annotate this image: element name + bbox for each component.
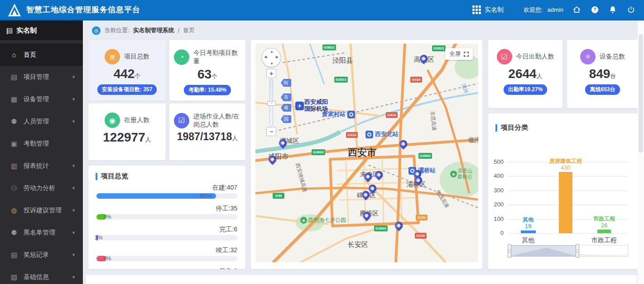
project-icon: ▤: [10, 73, 18, 81]
app-logo: [7, 3, 22, 17]
park-icon: ♣: [450, 171, 457, 177]
zoom-slider-handle[interactable]: −: [267, 101, 276, 106]
overview-row: 在建:40785%: [96, 184, 237, 199]
stat-card-unit: 台: [610, 73, 616, 79]
complaint-icon: ◍: [10, 206, 18, 215]
project-category-panel: 项目分类 0100200300400500其他19房屋建筑工程430市政工程26…: [488, 113, 638, 269]
sidebar-item-3[interactable]: ▦设备管理▼: [0, 88, 83, 110]
sidebar-item-7[interactable]: ⚇劳动力分析▼: [0, 177, 83, 199]
sidebar-item-1[interactable]: ⌂首页: [0, 44, 83, 66]
onsite-people-icon: ☑: [174, 113, 189, 128]
apps-grid-icon[interactable]: [472, 5, 481, 14]
sidebar-item-11[interactable]: ▧基础信息▼: [0, 266, 83, 284]
datazoom-left-handle[interactable]: [508, 244, 511, 258]
breadcrumb: ◎ 当前位置: 实名制管理系统 / 首页: [92, 24, 195, 37]
project-overview-rows: 在建:40785%停工:357%完工:61%竣工:327%筹备:00%: [96, 184, 237, 269]
sidebar-item-label: 设备管理: [24, 95, 49, 103]
chevron-down-icon: ▼: [72, 275, 76, 279]
map-canvas[interactable]: ▲ ▼ ◀ ▶ + − − 街市省国 全屏 泾阳县高陵区渭城区咸阳市西安市未央区…: [255, 44, 478, 262]
chart-bar[interactable]: [521, 230, 536, 233]
title-accent-bar: [96, 173, 97, 180]
datazoom-right-handle[interactable]: [576, 244, 579, 258]
breadcrumb-current[interactable]: 首页: [183, 26, 195, 34]
fullscreen-button[interactable]: 全屏: [445, 48, 473, 60]
y-axis-tick-label: 0: [490, 230, 504, 236]
overview-row: 完工:61%: [96, 225, 237, 240]
stat-card-header: ☑进场作业人数/在岗总人数: [169, 113, 245, 128]
metro-station-label: 萧家村站: [322, 110, 346, 118]
sidebar-item-label: 投诉建议管理: [24, 206, 62, 215]
people-icon: ⚉: [10, 118, 18, 126]
stat-card-unit: 个: [211, 73, 217, 80]
pan-up-icon[interactable]: ▲: [270, 49, 274, 54]
power-icon[interactable]: [626, 5, 636, 15]
map-place-label: 长安区: [348, 240, 368, 249]
sidebar-item-2[interactable]: ▤项目管理▼: [0, 66, 83, 88]
sidebar-item-4[interactable]: ⚉人员管理▼: [0, 110, 83, 132]
datazoom-tail-silhouette: [577, 253, 627, 256]
zoom-in-button[interactable]: +: [266, 69, 276, 78]
road-number-badge: G310: [346, 132, 358, 138]
overview-row-label: 停工:35: [96, 205, 237, 213]
zoom-out-button[interactable]: −: [266, 127, 276, 136]
stat-card-badge: 考勤率: 15.48%: [184, 85, 231, 95]
chart-bar-value-label: 26: [601, 222, 607, 229]
sidebar-item-9[interactable]: ⚈黑名单管理▼: [0, 221, 83, 244]
chevron-down-icon: ▼: [72, 230, 76, 235]
stat-card-header: ◔今日考勤项目数量: [169, 49, 245, 65]
sidebar-item-10[interactable]: ▤奖惩记录▼: [0, 244, 83, 266]
zoom-slider-track[interactable]: −: [269, 79, 273, 126]
chart-bar-value-label: 19: [525, 223, 531, 230]
road-number-badge: G310: [410, 77, 422, 83]
username[interactable]: admin: [548, 6, 563, 13]
stat-card-onsite-people: ☑进场作业人数/在岗总人数1987/13718人: [169, 103, 245, 160]
sidebar-item-6[interactable]: ▥报表统计▼: [0, 155, 83, 177]
sidebar: | ▤ 实名制 ⌂首页▤项目管理▼▦设备管理▼⚉人员管理▼▣考勤管理▥报表统计▼…: [0, 20, 83, 284]
chevron-down-icon: ▼: [72, 119, 76, 124]
stat-card-header: ◉在册人数: [100, 113, 154, 128]
road-number-badge: G3002: [312, 149, 325, 155]
road-number-badge: S101: [416, 215, 428, 220]
datazoom-selected-range[interactable]: [509, 245, 577, 256]
road-number-badge: G3002: [374, 225, 388, 231]
sidebar-item-5[interactable]: ▣考勤管理: [0, 132, 83, 155]
overview-percent-label: 7%: [103, 255, 111, 262]
module-badge[interactable]: 实名制: [485, 6, 504, 14]
top-header: 智慧工地综合管理服务信息平台 实名制 欢迎您: admin ?: [0, 0, 644, 20]
metro-station: 萧家村站: [322, 110, 355, 118]
main-content: ◎ 当前位置: 实名制管理系统 / 首页 ≣项目总数442个安装设备项目数: 3…: [83, 20, 644, 284]
sidebar-item-label: 考勤管理: [24, 140, 49, 148]
page-scrollbar-thumb[interactable]: [639, 34, 643, 153]
chart-bar[interactable]: [559, 172, 572, 233]
overview-row: 竣工:327%: [96, 246, 237, 261]
home-icon: ⌂: [10, 51, 18, 59]
map-panel: ▲ ▼ ◀ ▶ + − − 街市省国 全屏 泾阳县高陵区渭城区咸阳市西安市未央区…: [251, 40, 482, 269]
home-icon[interactable]: [572, 5, 582, 15]
projects-icon: ≣: [105, 49, 120, 64]
datazoom-slider[interactable]: [509, 245, 628, 257]
stat-card-today-attendance-count: ☑今日出勤人数2644人出勤率19.27%: [488, 40, 562, 108]
breadcrumb-system[interactable]: 实名制管理系统: [133, 26, 174, 34]
pan-left-icon[interactable]: ◀: [264, 55, 267, 59]
bell-icon[interactable]: [608, 5, 618, 15]
map-pan-control[interactable]: ▲ ▼ ◀ ▶: [262, 48, 281, 67]
welcome-label: 欢迎您:: [524, 6, 543, 14]
overview-row-label: 在建:407: [96, 184, 237, 192]
sidebar-item-label: 奖惩记录: [24, 251, 49, 259]
help-icon[interactable]: ?: [590, 5, 600, 15]
location-pin-icon: ◎: [92, 26, 101, 35]
road-number-badge: G3002: [418, 153, 432, 159]
stat-card-value: 122977人: [103, 131, 151, 145]
pan-right-icon[interactable]: ▶: [276, 55, 279, 59]
pan-down-icon[interactable]: ▼: [270, 62, 274, 66]
sidebar-item-8[interactable]: ◍投诉建议管理▼: [0, 199, 83, 221]
overview-row-label: 筹备:0: [96, 267, 237, 269]
page-scrollbar: [638, 20, 644, 284]
blacklist-icon: ⚈: [10, 229, 18, 237]
stat-card-title: 进场作业人数/在岗总人数: [193, 113, 241, 128]
chevron-down-icon: ▼: [72, 164, 76, 168]
breadcrumb-separator: /: [178, 27, 180, 34]
chart-bar[interactable]: [597, 230, 611, 233]
metro-station-icon: [347, 111, 355, 118]
stat-card-title: 在册人数: [124, 116, 149, 124]
